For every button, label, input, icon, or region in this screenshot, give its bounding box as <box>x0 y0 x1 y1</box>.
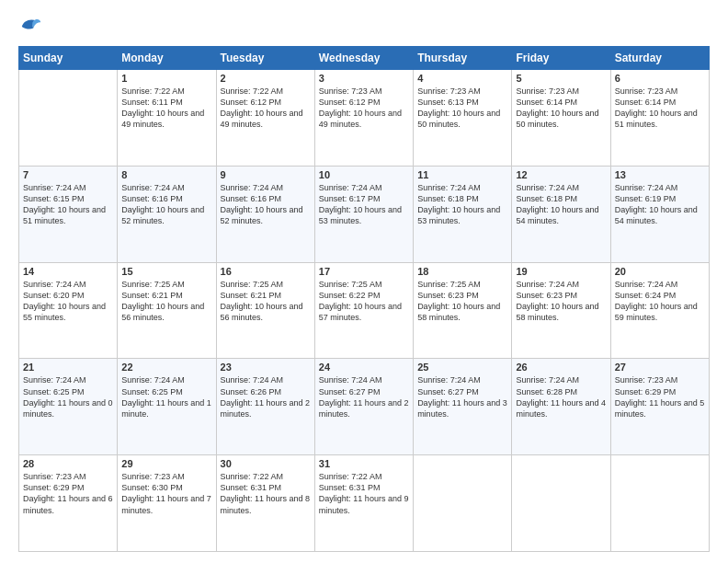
calendar-header-row: SundayMondayTuesdayWednesdayThursdayFrid… <box>19 47 710 70</box>
bird-icon <box>20 17 42 37</box>
calendar-header-friday: Friday <box>512 47 610 70</box>
day-number: 19 <box>516 266 606 277</box>
calendar-cell: 10Sunrise: 7:24 AM Sunset: 6:17 PM Dayli… <box>314 166 413 262</box>
day-number: 5 <box>516 73 606 84</box>
header <box>18 15 710 37</box>
calendar-cell: 13Sunrise: 7:24 AM Sunset: 6:19 PM Dayli… <box>610 166 709 262</box>
logo <box>18 15 42 37</box>
calendar-cell: 22Sunrise: 7:24 AM Sunset: 6:25 PM Dayli… <box>118 359 216 455</box>
day-number: 24 <box>319 362 409 373</box>
calendar-cell: 23Sunrise: 7:24 AM Sunset: 6:26 PM Dayli… <box>216 359 314 455</box>
day-info: Sunrise: 7:24 AM Sunset: 6:19 PM Dayligh… <box>615 182 705 227</box>
day-number: 14 <box>23 266 113 277</box>
day-info: Sunrise: 7:24 AM Sunset: 6:23 PM Dayligh… <box>516 279 606 324</box>
day-info: Sunrise: 7:22 AM Sunset: 6:12 PM Dayligh… <box>221 86 311 131</box>
day-number: 15 <box>121 266 211 277</box>
calendar-header-monday: Monday <box>118 47 216 70</box>
day-number: 10 <box>319 169 409 180</box>
calendar-cell: 8Sunrise: 7:24 AM Sunset: 6:16 PM Daylig… <box>118 166 216 262</box>
day-info: Sunrise: 7:24 AM Sunset: 6:16 PM Dayligh… <box>221 182 311 227</box>
day-info: Sunrise: 7:25 AM Sunset: 6:21 PM Dayligh… <box>221 279 311 324</box>
calendar-header-sunday: Sunday <box>19 47 118 70</box>
day-info: Sunrise: 7:25 AM Sunset: 6:23 PM Dayligh… <box>417 279 507 324</box>
day-info: Sunrise: 7:23 AM Sunset: 6:30 PM Dayligh… <box>121 471 211 516</box>
day-info: Sunrise: 7:24 AM Sunset: 6:25 PM Dayligh… <box>121 374 211 419</box>
day-number: 8 <box>121 169 211 180</box>
day-info: Sunrise: 7:22 AM Sunset: 6:31 PM Dayligh… <box>221 471 311 516</box>
day-number: 27 <box>615 362 705 373</box>
day-number: 3 <box>319 73 409 84</box>
day-number: 11 <box>417 169 507 180</box>
calendar-week-2: 7Sunrise: 7:24 AM Sunset: 6:15 PM Daylig… <box>19 166 710 262</box>
calendar-cell: 14Sunrise: 7:24 AM Sunset: 6:20 PM Dayli… <box>19 262 118 359</box>
calendar-header-tuesday: Tuesday <box>216 47 314 70</box>
calendar-table: SundayMondayTuesdayWednesdayThursdayFrid… <box>18 46 710 552</box>
calendar-cell: 9Sunrise: 7:24 AM Sunset: 6:16 PM Daylig… <box>216 166 314 262</box>
calendar-week-4: 21Sunrise: 7:24 AM Sunset: 6:25 PM Dayli… <box>19 359 710 455</box>
day-info: Sunrise: 7:25 AM Sunset: 6:21 PM Dayligh… <box>121 279 211 324</box>
calendar-cell: 25Sunrise: 7:24 AM Sunset: 6:27 PM Dayli… <box>414 359 512 455</box>
calendar-cell: 12Sunrise: 7:24 AM Sunset: 6:18 PM Dayli… <box>512 166 610 262</box>
day-info: Sunrise: 7:24 AM Sunset: 6:24 PM Dayligh… <box>615 279 705 324</box>
day-number: 13 <box>615 169 705 180</box>
calendar-cell: 31Sunrise: 7:22 AM Sunset: 6:31 PM Dayli… <box>314 455 413 552</box>
calendar-cell: 11Sunrise: 7:24 AM Sunset: 6:18 PM Dayli… <box>414 166 512 262</box>
calendar-cell: 2Sunrise: 7:22 AM Sunset: 6:12 PM Daylig… <box>216 70 314 167</box>
day-number: 12 <box>516 169 606 180</box>
page: SundayMondayTuesdayWednesdayThursdayFrid… <box>0 0 728 563</box>
calendar-header-wednesday: Wednesday <box>314 47 413 70</box>
calendar-cell: 21Sunrise: 7:24 AM Sunset: 6:25 PM Dayli… <box>19 359 118 455</box>
calendar-cell: 1Sunrise: 7:22 AM Sunset: 6:11 PM Daylig… <box>118 70 216 167</box>
day-info: Sunrise: 7:24 AM Sunset: 6:26 PM Dayligh… <box>221 374 311 419</box>
day-number: 22 <box>121 362 211 373</box>
day-info: Sunrise: 7:24 AM Sunset: 6:17 PM Dayligh… <box>319 182 409 227</box>
calendar-cell: 30Sunrise: 7:22 AM Sunset: 6:31 PM Dayli… <box>216 455 314 552</box>
calendar-cell <box>610 455 709 552</box>
day-number: 2 <box>221 73 311 84</box>
calendar-week-1: 1Sunrise: 7:22 AM Sunset: 6:11 PM Daylig… <box>19 70 710 167</box>
day-number: 7 <box>23 169 113 180</box>
calendar-cell <box>414 455 512 552</box>
calendar-cell: 24Sunrise: 7:24 AM Sunset: 6:27 PM Dayli… <box>314 359 413 455</box>
calendar-cell: 29Sunrise: 7:23 AM Sunset: 6:30 PM Dayli… <box>118 455 216 552</box>
day-info: Sunrise: 7:24 AM Sunset: 6:20 PM Dayligh… <box>23 279 113 324</box>
day-info: Sunrise: 7:25 AM Sunset: 6:22 PM Dayligh… <box>319 279 409 324</box>
calendar-cell <box>512 455 610 552</box>
day-number: 9 <box>221 169 311 180</box>
calendar-header-thursday: Thursday <box>414 47 512 70</box>
day-info: Sunrise: 7:22 AM Sunset: 6:31 PM Dayligh… <box>319 471 409 516</box>
day-info: Sunrise: 7:24 AM Sunset: 6:15 PM Dayligh… <box>23 182 113 227</box>
day-number: 29 <box>121 458 211 469</box>
day-number: 17 <box>319 266 409 277</box>
calendar-cell: 3Sunrise: 7:23 AM Sunset: 6:12 PM Daylig… <box>314 70 413 167</box>
calendar-cell: 27Sunrise: 7:23 AM Sunset: 6:29 PM Dayli… <box>610 359 709 455</box>
calendar-cell: 28Sunrise: 7:23 AM Sunset: 6:29 PM Dayli… <box>19 455 118 552</box>
day-info: Sunrise: 7:24 AM Sunset: 6:27 PM Dayligh… <box>417 374 507 419</box>
day-number: 30 <box>221 458 311 469</box>
day-number: 1 <box>121 73 211 84</box>
day-number: 16 <box>221 266 311 277</box>
calendar-header-saturday: Saturday <box>610 47 709 70</box>
day-number: 25 <box>417 362 507 373</box>
calendar-cell: 20Sunrise: 7:24 AM Sunset: 6:24 PM Dayli… <box>610 262 709 359</box>
day-info: Sunrise: 7:22 AM Sunset: 6:11 PM Dayligh… <box>121 86 211 131</box>
day-number: 4 <box>417 73 507 84</box>
day-number: 18 <box>417 266 507 277</box>
day-info: Sunrise: 7:23 AM Sunset: 6:29 PM Dayligh… <box>23 471 113 516</box>
day-info: Sunrise: 7:23 AM Sunset: 6:12 PM Dayligh… <box>319 86 409 131</box>
calendar-week-5: 28Sunrise: 7:23 AM Sunset: 6:29 PM Dayli… <box>19 455 710 552</box>
day-info: Sunrise: 7:24 AM Sunset: 6:28 PM Dayligh… <box>516 374 606 419</box>
day-info: Sunrise: 7:24 AM Sunset: 6:27 PM Dayligh… <box>319 374 409 419</box>
day-number: 6 <box>615 73 705 84</box>
day-info: Sunrise: 7:24 AM Sunset: 6:16 PM Dayligh… <box>121 182 211 227</box>
calendar-cell: 5Sunrise: 7:23 AM Sunset: 6:14 PM Daylig… <box>512 70 610 167</box>
day-number: 21 <box>23 362 113 373</box>
calendar-cell: 26Sunrise: 7:24 AM Sunset: 6:28 PM Dayli… <box>512 359 610 455</box>
calendar-cell: 7Sunrise: 7:24 AM Sunset: 6:15 PM Daylig… <box>19 166 118 262</box>
day-info: Sunrise: 7:24 AM Sunset: 6:18 PM Dayligh… <box>516 182 606 227</box>
day-info: Sunrise: 7:23 AM Sunset: 6:29 PM Dayligh… <box>615 374 705 419</box>
day-number: 31 <box>319 458 409 469</box>
calendar-cell: 17Sunrise: 7:25 AM Sunset: 6:22 PM Dayli… <box>314 262 413 359</box>
day-number: 28 <box>23 458 113 469</box>
day-number: 23 <box>221 362 311 373</box>
